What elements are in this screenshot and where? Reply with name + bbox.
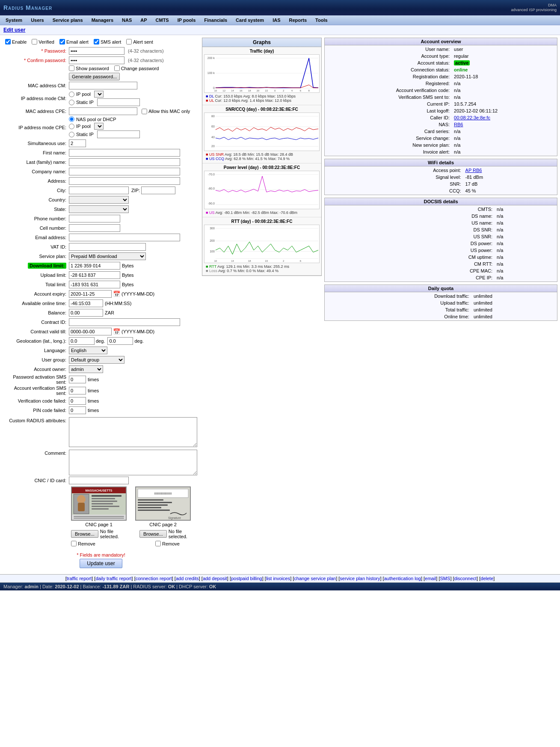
pwd-sms-input[interactable] [69, 376, 86, 383]
email-alert-checkbox-label[interactable]: Email alert [59, 39, 89, 44]
page-title-link[interactable]: Edit user [3, 27, 25, 33]
alert-sent-checkbox-label[interactable]: Alert sent [126, 39, 153, 44]
mac-cm-input[interactable] [69, 82, 137, 89]
account-expiry-input[interactable] [69, 290, 112, 298]
service-plan-history-link[interactable]: service plan history [340, 576, 380, 581]
ip-pool-cpe-radio-label[interactable]: IP pool [69, 123, 140, 130]
cnic-input[interactable] [69, 477, 129, 484]
caller-id-link[interactable]: 00:08:22:3e:8e:fc [454, 115, 490, 120]
nav-ip-pools[interactable]: IP pools [174, 16, 200, 24]
static-ip-cm-radio-label[interactable]: Static IP [69, 98, 140, 106]
remove-page1-checkbox[interactable] [71, 541, 77, 546]
allow-mac-only-label[interactable]: Allow this MAC only [142, 109, 190, 114]
company-name-input[interactable] [69, 168, 180, 175]
geolocation-lon-input[interactable] [107, 337, 133, 345]
state-select[interactable] [69, 205, 129, 213]
browse-page1-button[interactable]: Browse... [71, 530, 98, 538]
show-password-label[interactable]: Show password [69, 65, 109, 71]
sms-alert-checkbox-label[interactable]: SMS alert [94, 39, 121, 44]
nav-tools[interactable]: Tools [311, 16, 332, 24]
nav-service-plans[interactable]: Service plans [49, 16, 87, 24]
password-input[interactable] [69, 47, 124, 55]
list-invoices-link[interactable]: list invoices [266, 576, 290, 581]
zip-input[interactable] [141, 187, 175, 194]
pin-failed-input[interactable] [69, 406, 86, 414]
balance-input[interactable] [69, 309, 103, 317]
custom-radius-textarea[interactable] [69, 417, 197, 447]
comment-textarea[interactable] [69, 450, 197, 475]
mac-cpe-input[interactable] [69, 107, 137, 115]
contract-id-input[interactable] [69, 318, 180, 326]
user-group-select[interactable]: Default group [69, 356, 124, 364]
nav-system[interactable]: System [2, 16, 26, 24]
simultaneous-use-input[interactable] [69, 139, 86, 147]
nav-users[interactable]: Users [27, 16, 48, 24]
nav-ap[interactable]: AP [136, 16, 151, 24]
contract-valid-till-input[interactable] [69, 328, 112, 335]
nas-pool-dhcp-radio[interactable] [69, 116, 74, 122]
change-password-label[interactable]: Change password [114, 65, 159, 71]
verification-failed-input[interactable] [69, 397, 86, 405]
access-point-link[interactable]: AP RB6 [465, 168, 482, 173]
phone-input[interactable] [69, 215, 120, 222]
traffic-report-link[interactable]: traffic report [67, 576, 92, 581]
address-input[interactable] [69, 177, 180, 185]
daily-traffic-report-link[interactable]: daily traffic report [95, 576, 131, 581]
nav-ias[interactable]: IAS [269, 16, 284, 24]
nav-cmts[interactable]: CMTS [152, 16, 173, 24]
calendar-icon[interactable]: 📅 [113, 290, 120, 297]
static-ip-cpe-input[interactable] [97, 130, 140, 138]
enable-checkbox-label[interactable]: Enable [5, 39, 27, 44]
email-link[interactable]: email [425, 576, 436, 581]
change-password-checkbox[interactable] [114, 65, 120, 71]
nas-link[interactable]: RB6 [454, 122, 463, 127]
email-alert-checkbox[interactable] [59, 39, 65, 44]
nav-reports[interactable]: Reports [285, 16, 311, 24]
city-input[interactable] [69, 187, 129, 194]
nav-financials[interactable]: Financials [200, 16, 231, 24]
geolocation-lat-input[interactable] [69, 337, 95, 345]
delete-link[interactable]: delete [480, 576, 493, 581]
language-select[interactable]: English Afrikaans French German [69, 347, 107, 354]
remove-page2-checkbox[interactable] [155, 541, 161, 546]
remove-page2-label[interactable]: Remove [155, 541, 180, 546]
enable-checkbox[interactable] [5, 39, 11, 44]
download-limit-input[interactable] [69, 262, 120, 270]
browse-page2-button[interactable]: Browse... [139, 530, 167, 538]
update-user-button[interactable]: Update user [80, 559, 122, 568]
change-service-plan-link[interactable]: change service plan [294, 576, 336, 581]
contract-calendar-icon[interactable]: 📅 [113, 328, 120, 335]
ip-pool-cpe-select[interactable] [94, 123, 104, 130]
ip-pool-cm-radio-label[interactable]: IP pool [69, 91, 140, 98]
alert-sent-checkbox[interactable] [126, 39, 132, 44]
postpaid-billing-link[interactable]: postpaid billing [231, 576, 262, 581]
ip-pool-cm-radio[interactable] [69, 92, 74, 97]
confirm-password-input[interactable] [69, 56, 124, 64]
country-select[interactable] [69, 196, 129, 204]
static-ip-cm-radio[interactable] [69, 100, 74, 105]
service-plan-select[interactable]: Prepaid MB download [69, 252, 146, 260]
add-credits-link[interactable]: add credits [176, 576, 199, 581]
ip-pool-cm-select[interactable] [94, 91, 104, 98]
connection-report-link[interactable]: connection report [136, 576, 172, 581]
total-limit-input[interactable] [69, 281, 120, 288]
static-ip-cm-input[interactable] [97, 98, 140, 106]
nav-nas[interactable]: NAS [118, 16, 136, 24]
cell-input[interactable] [69, 224, 120, 232]
allow-mac-only-checkbox[interactable] [142, 109, 147, 114]
upload-limit-input[interactable] [69, 271, 120, 279]
ip-pool-cpe-radio[interactable] [69, 124, 74, 129]
last-name-input[interactable] [69, 158, 180, 166]
vat-input[interactable] [69, 243, 146, 251]
add-deposit-link[interactable]: add deposit [203, 576, 227, 581]
show-password-checkbox[interactable] [69, 65, 74, 71]
sms-alert-checkbox[interactable] [94, 39, 99, 44]
static-ip-cpe-radio[interactable] [69, 132, 74, 137]
verified-checkbox-label[interactable]: Verified [32, 39, 54, 44]
generate-password-button[interactable]: Generate password... [69, 73, 120, 80]
disconnect-link[interactable]: disconnect [454, 576, 477, 581]
account-owner-select[interactable]: admin [69, 365, 103, 373]
online-time-input[interactable] [69, 299, 103, 307]
email-input[interactable] [69, 234, 180, 241]
nas-pool-dhcp-radio-label[interactable]: NAS pool or DHCP [69, 116, 140, 122]
